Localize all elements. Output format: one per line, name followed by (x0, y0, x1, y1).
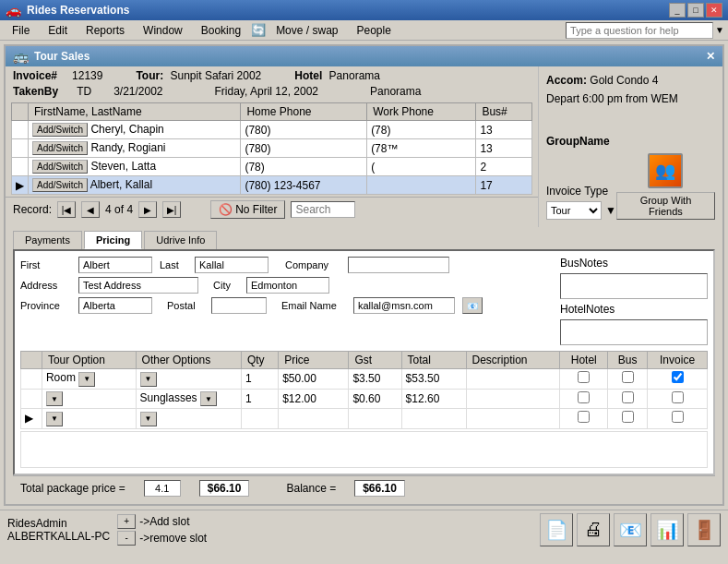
city-input[interactable] (246, 277, 329, 294)
home-phone-1: (780) (241, 121, 367, 139)
add-slot-label: ->Add slot (139, 515, 189, 528)
work-phone-2: (78™ (367, 139, 476, 158)
postal-input[interactable] (211, 297, 267, 314)
email-icon-btn[interactable]: 📧 (462, 297, 483, 314)
user-info: RidesAdmin ALBERTKALLAL-PC (7, 517, 110, 543)
passenger-name-1: Cheryl, Chapin (90, 123, 163, 136)
tour-option-2: ▼ (42, 389, 136, 409)
add-switch-btn-2[interactable]: Add/Switch (32, 141, 88, 155)
home-phone-4: (780) 123-4567 (241, 176, 367, 195)
help-input[interactable] (566, 22, 713, 39)
totals-row: Total package price = $66.10 Balance = $… (13, 475, 715, 500)
bus-checkbox-2[interactable] (622, 391, 634, 403)
table-row-selected: ▶ Add/Switch Albert, Kallal (780) 123-45… (12, 176, 532, 195)
other-option-dropdown-2[interactable]: ▼ (200, 391, 217, 406)
exit-icon-btn[interactable]: 🚪 (687, 513, 721, 546)
menu-file[interactable]: File (4, 21, 38, 40)
nav-prev-btn[interactable]: ◀ (81, 201, 100, 218)
menu-booking[interactable]: Booking (193, 21, 249, 40)
home-phone-3: (78) (241, 158, 367, 176)
search-input[interactable] (291, 201, 355, 218)
add-switch-btn-1[interactable]: Add/Switch (32, 123, 88, 137)
right-panel: Accom: Gold Condo 4 Depart 6:00 pm from … (538, 66, 722, 227)
tour-sales-panel: 🚌 Tour Sales ✕ Invoice# 12139 Tour: Sunp… (4, 44, 724, 506)
tab-payments[interactable]: Payments (13, 231, 82, 249)
add-slot-plus-btn[interactable]: + (117, 514, 136, 529)
tour-label: Tour: (136, 69, 163, 82)
menu-reports[interactable]: Reports (78, 21, 133, 40)
no-filter-btn[interactable]: 🚫 No Filter (210, 200, 285, 219)
address-row: Address City (20, 277, 547, 294)
email-icon-btn-2[interactable]: 📧 (614, 513, 647, 546)
col-qty: Qty (241, 352, 278, 369)
add-switch-btn-3[interactable]: Add/Switch (32, 160, 88, 174)
menu-edit[interactable]: Edit (40, 21, 76, 40)
minimize-btn[interactable]: _ (669, 3, 686, 18)
tab-udrive[interactable]: Udrive Info (144, 231, 217, 249)
other-option-dropdown-3[interactable]: ▼ (140, 412, 157, 426)
maximize-btn[interactable]: □ (687, 3, 704, 18)
print-icon-btn[interactable]: 🖨 (577, 513, 610, 546)
last-input[interactable] (195, 257, 269, 273)
row-arrow-p-icon: ▶ (25, 412, 33, 425)
hotelnotes-input[interactable] (560, 319, 708, 345)
nav-first-btn[interactable]: |◀ (57, 201, 76, 218)
word-icon-btn[interactable]: 📄 (540, 513, 573, 546)
company-input[interactable] (348, 257, 449, 273)
total-qty-input[interactable] (144, 480, 181, 497)
form-panel: First Last Company Address City (13, 249, 715, 475)
first-input[interactable] (78, 257, 152, 273)
busnotes-input[interactable] (560, 273, 708, 299)
tour-option-dropdown-3[interactable]: ▼ (46, 412, 63, 426)
nav-next-btn[interactable]: ▶ (138, 201, 157, 218)
hotel-checkbox-3[interactable] (578, 411, 590, 423)
invoice-checkbox-2[interactable] (672, 391, 684, 403)
add-switch-btn-4[interactable]: Add/Switch (32, 178, 88, 192)
accom-val: Gold Condo 4 (590, 74, 658, 87)
other-option-dropdown-1[interactable]: ▼ (140, 372, 157, 387)
hotel-checkbox-2[interactable] (578, 391, 590, 403)
menu-moveswap[interactable]: Move / swap (268, 21, 346, 40)
bus-chk-1 (608, 369, 648, 390)
passenger-name-cell: Add/Switch Cheryl, Chapin (29, 121, 241, 139)
invoice-type-select[interactable]: Tour (546, 201, 602, 220)
tour-sales-title: Tour Sales (34, 50, 90, 63)
col-total: Total (401, 352, 466, 369)
province-input[interactable] (78, 297, 152, 314)
date-val: 3/21/2002 (113, 85, 162, 98)
remove-slot-btn[interactable]: - (117, 531, 136, 546)
tour-option-dropdown-2[interactable]: ▼ (46, 391, 63, 406)
col-home: Home Phone (241, 103, 367, 121)
row-arrow-cell: ▶ (12, 176, 29, 195)
group-with-friends-btn[interactable]: Group With Friends (616, 192, 715, 220)
tour-option-dropdown-1[interactable]: ▼ (78, 372, 95, 387)
invoice-label: Invoice# (13, 69, 57, 82)
address-label: Address (20, 280, 71, 291)
bus-checkbox-1[interactable] (622, 371, 634, 383)
hotel-checkbox-1[interactable] (578, 371, 590, 383)
home-phone-2: (780) (241, 139, 367, 158)
price-2: $12.00 (279, 389, 349, 409)
bus-checkbox-3[interactable] (622, 411, 634, 423)
row-marker (12, 121, 29, 139)
total-2: $12.60 (401, 389, 466, 409)
tour-icon: 🚌 (13, 49, 29, 64)
export-icon-btn[interactable]: 📊 (650, 513, 684, 546)
work-phone-3: ( (367, 158, 476, 176)
tab-pricing[interactable]: Pricing (84, 231, 142, 249)
date-full: Friday, April 12, 2002 (215, 85, 319, 98)
invoice-checkbox-1[interactable] (672, 371, 684, 383)
close-btn[interactable]: ✕ (706, 3, 722, 18)
slot-controls: + ->Add slot - ->remove slot (117, 514, 207, 546)
email-input[interactable] (353, 297, 455, 314)
invoice-checkbox-3[interactable] (672, 411, 684, 423)
nav-last-btn[interactable]: ▶| (162, 201, 181, 218)
username: RidesAdmin (7, 517, 110, 530)
status-icon-btns: 📄 🖨 📧 📊 🚪 (540, 513, 721, 546)
remove-slot-row: - ->remove slot (117, 531, 207, 546)
qty-1: 1 (241, 369, 278, 390)
close-tour-icon[interactable]: ✕ (706, 50, 715, 63)
menu-window[interactable]: Window (135, 21, 191, 40)
menu-people[interactable]: People (348, 21, 399, 40)
address-input[interactable] (78, 277, 198, 294)
